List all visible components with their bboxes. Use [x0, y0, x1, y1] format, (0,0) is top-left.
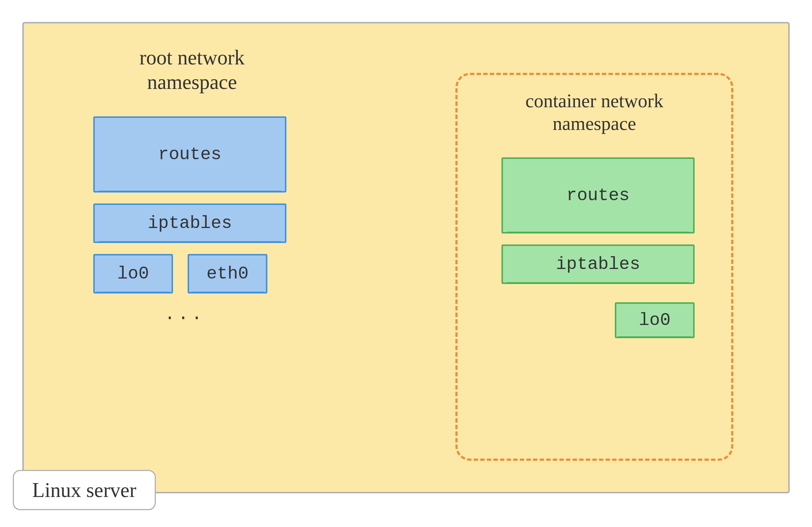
root-lo0-label: lo0: [117, 264, 149, 284]
container-network-namespace: container network namespace routes iptab…: [455, 73, 733, 461]
root-iptables-box: iptables: [93, 203, 286, 243]
container-iptables-box: iptables: [501, 244, 695, 284]
root-ellipsis: ...: [79, 304, 291, 324]
ctitle-line-2: namespace: [553, 113, 636, 134]
title-line-1: root network: [139, 46, 245, 69]
container-iptables-label: iptables: [556, 254, 640, 274]
root-routes-box: routes: [93, 116, 286, 193]
root-lo0-box: lo0: [93, 254, 173, 294]
root-interface-row: lo0 eth0: [93, 254, 305, 294]
ctitle-line-1: container network: [526, 90, 663, 111]
root-network-namespace: root network namespace routes iptables l…: [79, 45, 305, 324]
container-routes-box: routes: [501, 157, 695, 233]
title-line-2: namespace: [147, 71, 237, 93]
server-label-text: Linux server: [32, 479, 136, 501]
server-label: Linux server: [13, 470, 156, 510]
container-lo0-label: lo0: [639, 310, 670, 330]
container-lo0-box: lo0: [615, 302, 695, 338]
root-routes-label: routes: [158, 145, 222, 164]
linux-server-box: root network namespace routes iptables l…: [22, 22, 790, 493]
root-eth0-box: eth0: [188, 254, 267, 294]
container-namespace-title: container network namespace: [469, 90, 720, 135]
root-eth0-label: eth0: [206, 264, 248, 284]
root-iptables-label: iptables: [148, 213, 232, 233]
container-routes-label: routes: [567, 186, 630, 205]
root-namespace-title: root network namespace: [79, 45, 305, 94]
